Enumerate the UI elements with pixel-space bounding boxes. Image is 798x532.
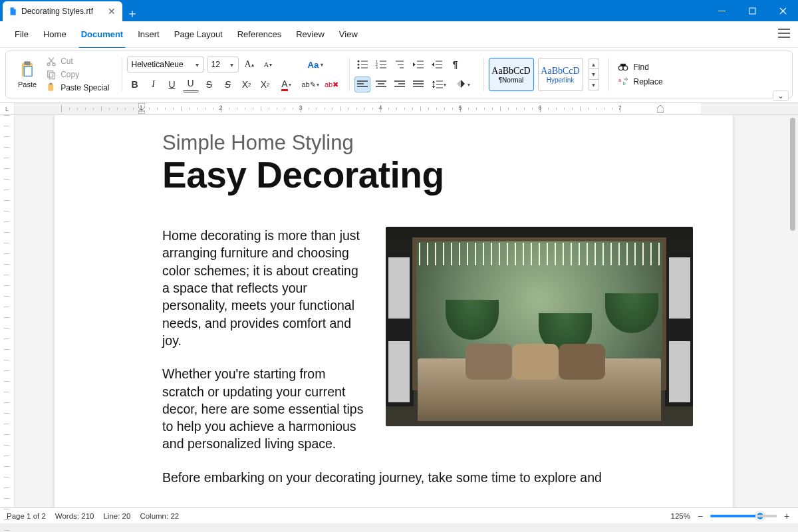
ribbon: Paste Cut Copy Paste Special ▾ [0, 48, 798, 103]
chevron-down-icon[interactable]: ▾ [192, 61, 203, 68]
strikethrough-button[interactable]: S [201, 76, 217, 92]
show-marks-button[interactable]: ¶ [448, 57, 464, 72]
svg-rect-3 [24, 66, 32, 76]
bullet-list-button[interactable] [354, 57, 370, 72]
style-hyperlink[interactable]: AaBbCcD Hyperlink [538, 58, 583, 91]
copy-button[interactable]: Copy [43, 68, 112, 80]
font-name-input[interactable] [128, 60, 192, 69]
font-size-combo[interactable]: ▾ [207, 57, 239, 72]
document-viewport[interactable]: Simple Home Styling Easy Decorating Home… [15, 115, 798, 507]
zoom-value[interactable]: 125% [671, 512, 690, 520]
minimize-button[interactable] [706, 0, 737, 21]
zoom-thumb[interactable] [755, 511, 765, 521]
document-tab[interactable]: Decorating Styles.rtf ✕ [3, 1, 122, 21]
indent-marker-right[interactable] [657, 103, 664, 114]
doc-body-column[interactable]: Home decorating is more than just arrang… [162, 227, 368, 453]
style-normal[interactable]: AaBbCcD ¶Normal [489, 58, 534, 91]
cut-button[interactable]: Cut [43, 55, 112, 67]
scrollbar-thumb[interactable] [790, 118, 795, 231]
close-tab-icon[interactable]: ✕ [108, 7, 116, 16]
maximize-button[interactable] [737, 0, 767, 21]
svg-point-10 [357, 61, 359, 63]
paste-special-button[interactable]: Paste Special [43, 82, 112, 94]
group-paragraph: 123 ¶ ▾ ▾ [349, 54, 479, 95]
styles-more-icon[interactable]: ▾ [589, 80, 599, 90]
doc-paragraph[interactable]: Whether you're starting from scratch or … [162, 365, 368, 453]
doc-subtitle[interactable]: Simple Home Styling [162, 131, 714, 155]
replace-button[interactable]: ab Replace [614, 76, 667, 87]
double-strikethrough-button[interactable]: S [220, 76, 236, 92]
subscript-button[interactable]: X2 [257, 76, 273, 92]
menu-page-layout[interactable]: Page Layout [168, 25, 229, 43]
overflow-menu-icon[interactable] [778, 29, 790, 40]
double-underline-button[interactable]: U [183, 76, 199, 92]
menu-references[interactable]: References [231, 25, 288, 43]
menu-review[interactable]: Review [289, 25, 331, 43]
line-spacing-button[interactable]: ▾ [429, 76, 450, 92]
superscript-button[interactable]: X2 [239, 76, 255, 92]
zoom-slider[interactable] [710, 515, 777, 517]
justify-button[interactable] [410, 76, 426, 92]
styles-up-icon[interactable]: ▴ [589, 59, 599, 69]
decrease-indent-button[interactable] [410, 57, 426, 72]
svg-rect-8 [48, 84, 53, 91]
font-color-button[interactable]: A▾ [276, 76, 297, 92]
page[interactable]: Simple Home Styling Easy Decorating Home… [55, 115, 733, 507]
cut-label: Cut [61, 57, 73, 66]
svg-rect-2 [24, 61, 30, 65]
vertical-scrollbar[interactable] [789, 115, 797, 507]
status-words[interactable]: Words: 210 [55, 512, 94, 520]
zoom-control: 125% − + [671, 511, 791, 521]
align-center-button[interactable] [373, 76, 389, 92]
doc-title[interactable]: Easy Decorating [162, 154, 714, 196]
multilevel-list-button[interactable] [392, 57, 408, 72]
ruler-area: L 1234567 [0, 103, 798, 115]
menu-home[interactable]: Home [37, 25, 73, 43]
grow-font-button[interactable]: A▴ [241, 57, 257, 72]
svg-rect-20 [138, 111, 145, 114]
styles-down-icon[interactable]: ▾ [589, 69, 599, 80]
vertical-ruler[interactable] [0, 115, 15, 507]
font-name-combo[interactable]: ▾ [127, 57, 204, 72]
font-size-input[interactable] [207, 60, 226, 69]
menu-insert[interactable]: Insert [131, 25, 166, 43]
svg-point-11 [357, 64, 359, 66]
doc-image[interactable] [386, 227, 693, 426]
horizontal-ruler[interactable]: 1234567 [15, 103, 798, 114]
menu-view[interactable]: View [332, 25, 364, 43]
clear-formatting-button[interactable]: ab✖ [324, 76, 340, 92]
paste-button[interactable]: Paste [15, 59, 39, 90]
status-line[interactable]: Line: 20 [103, 512, 130, 520]
menu-document[interactable]: Document [74, 25, 130, 43]
italic-button[interactable]: I [146, 76, 162, 92]
menu-bar: File Home Document Insert Page Layout Re… [0, 21, 798, 48]
align-right-button[interactable] [392, 76, 408, 92]
bold-button[interactable]: B [127, 76, 143, 92]
chevron-down-icon[interactable]: ▾ [226, 61, 238, 68]
doc-paragraph[interactable]: Home decorating is more than just arrang… [162, 227, 368, 349]
new-tab-button[interactable]: ＋ [122, 5, 142, 21]
find-button[interactable]: Find [614, 62, 667, 72]
document-icon [8, 7, 17, 16]
status-page[interactable]: Page 1 of 2 [7, 512, 46, 520]
close-window-button[interactable] [767, 0, 798, 21]
zoom-out-button[interactable]: − [696, 511, 705, 521]
style-sample: AaBbCcD [541, 66, 579, 76]
copy-label: Copy [61, 70, 79, 79]
shading-button[interactable]: ▾ [453, 76, 474, 92]
number-list-button[interactable]: 123 [373, 57, 389, 72]
shrink-font-button[interactable]: A▾ [260, 57, 276, 72]
menu-file[interactable]: File [8, 25, 35, 43]
collapse-ribbon-button[interactable]: ⌄ [773, 90, 789, 101]
highlight-button[interactable]: ab✎▾ [300, 76, 321, 92]
svg-text:3: 3 [376, 66, 378, 69]
status-column[interactable]: Column: 22 [140, 512, 179, 520]
document-tab-title: Decorating Styles.rtf [21, 7, 93, 16]
doc-paragraph[interactable]: Before embarking on your decorating jour… [162, 469, 681, 486]
underline-button[interactable]: U [164, 76, 180, 92]
paste-special-icon [46, 82, 57, 93]
increase-indent-button[interactable] [429, 57, 445, 72]
change-case-button[interactable]: Aa▾ [308, 60, 324, 70]
zoom-in-button[interactable]: + [782, 511, 791, 521]
align-left-button[interactable] [354, 76, 370, 92]
